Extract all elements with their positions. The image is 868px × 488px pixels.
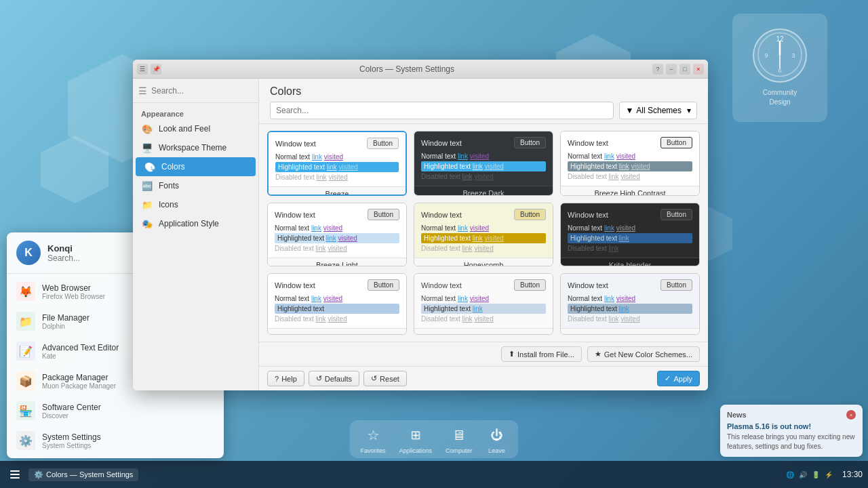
scheme-link-breeze-light: link (311, 224, 321, 232)
scheme-button-breeze-light: Button (368, 209, 399, 220)
maximize-button[interactable]: □ (679, 64, 690, 75)
sidebar-search-input[interactable] (151, 86, 253, 96)
news-body: This release brings you many exciting ne… (727, 432, 856, 451)
scheme-dis-link-honeycomb: link (462, 245, 473, 252)
colors-icon: 🎨 (144, 161, 156, 173)
scheme-card-7[interactable]: Window text Button Normal text link visi… (267, 273, 407, 335)
launcher-item-system-settings[interactable]: ⚙️ System Settings System Settings (7, 426, 224, 455)
scheme-titlebar-9: Window text Button (568, 279, 692, 291)
scheme-hl-visited-breeze-hc: visited (631, 163, 650, 170)
window-pin-button[interactable]: 📌 (151, 64, 161, 75)
sidebar-item-workspace-theme[interactable]: 🖥️ Workspace Theme (133, 138, 258, 157)
scheme-preview-8: Window text Button Normal text link visi… (414, 274, 553, 328)
scheme-hl-visited-honeycomb: visited (485, 235, 504, 242)
sidebar-item-application-style[interactable]: 🎭 Application Style (133, 214, 258, 233)
svg-text:9: 9 (764, 52, 768, 59)
power-icon[interactable]: ⚡ (823, 469, 834, 480)
sidebar-item-look-and-feel[interactable]: 🎨 Look and Feel (133, 119, 258, 138)
file-manager-icon: 📁 (16, 312, 35, 331)
scheme-normal-honeycomb: Normal text link visited (421, 224, 546, 232)
fonts-label: Fonts (159, 181, 179, 190)
scheme-win-text-8: Window text (421, 281, 462, 289)
scheme-highlighted-breeze: Highlighted text link visited (275, 162, 399, 172)
sidebar-header: ☰ (133, 79, 258, 103)
scheme-card-breeze-dark[interactable]: Window text Button Normal text link visi… (414, 131, 553, 196)
scheme-card-krita[interactable]: Window text Button Normal text link visi… (560, 203, 700, 266)
battery-icon[interactable]: 🔋 (810, 469, 821, 480)
hamburger-icon[interactable]: ☰ (138, 85, 147, 96)
scheme-normal-9: Normal text link visited (568, 295, 692, 302)
scheme-disabled-7: Disabled text link visited (275, 315, 399, 323)
launcher-software-center-text: Software Center Discover (42, 403, 101, 420)
sidebar-item-fonts[interactable]: 🔤 Fonts (133, 176, 258, 195)
scheme-visited-breeze-dark: visited (470, 152, 489, 160)
sidebar-item-icons[interactable]: 📁 Icons (133, 195, 258, 214)
scheme-titlebar-honeycomb: Window text Button (421, 209, 546, 220)
sidebar-item-colors[interactable]: 🎨 Colors (136, 157, 256, 176)
dock: ☆ Favorites ⊞ Applications 🖥 Computer ⏻ … (349, 420, 518, 458)
launcher-package-manager-text: Package Manager Muon Package Manager (42, 373, 116, 390)
settings-taskbar-icon: ⚙️ (34, 470, 43, 479)
scheme-card-breeze-hc[interactable]: Window text Button Normal text link visi… (560, 131, 700, 196)
defaults-button[interactable]: ↺ Defaults (309, 371, 359, 386)
launcher-file-manager-text: File Manager Dolphin (42, 313, 90, 330)
scheme-disabled-8: Disabled text link visited (421, 315, 546, 323)
scheme-hl-link-breeze-light: link (326, 235, 336, 242)
dock-item-favorites[interactable]: ☆ Favorites (360, 424, 385, 454)
scheme-hl-link-9: link (619, 305, 629, 312)
news-close-button[interactable]: × (846, 410, 856, 420)
scheme-titlebar-breeze-light: Window text Button (275, 209, 399, 220)
scheme-highlighted-breeze-light: Highlighted text link visited (275, 233, 399, 243)
svg-rect-9 (10, 477, 20, 479)
reset-button[interactable]: ↺ Reset (363, 371, 407, 386)
scheme-titlebar-8: Window text Button (421, 279, 546, 291)
scheme-preview-krita: Window text Button Normal text link visi… (561, 203, 699, 258)
main-content: Colors ▼ All Schemes ▾ Window text (259, 79, 708, 390)
scheme-dis-link-breeze-light: link (316, 245, 326, 252)
scheme-card-8[interactable]: Window text Button Normal text link visi… (414, 273, 553, 335)
window-title: Colors — System Settings (161, 64, 652, 74)
look-and-feel-label: Look and Feel (159, 124, 210, 134)
help-button[interactable]: ? (652, 64, 663, 75)
scheme-card-9[interactable]: Window text Button Normal text link visi… (560, 273, 700, 335)
dock-item-applications[interactable]: ⊞ Applications (399, 424, 432, 454)
scheme-button-krita: Button (660, 209, 692, 220)
launcher-item-software-center[interactable]: 🏪 Software Center Discover (7, 396, 224, 426)
network-icon[interactable]: 🌐 (785, 469, 795, 480)
scheme-normal-7: Normal text link visited (275, 295, 399, 302)
scheme-dis-visited-breeze-dark: visited (474, 173, 493, 180)
filter-dropdown[interactable]: ▼ All Schemes ▾ (619, 102, 697, 119)
scheme-win-text-9: Window text (568, 281, 608, 289)
help-dialog-button[interactable]: ? Help (267, 371, 304, 386)
defaults-icon: ↺ (316, 374, 322, 383)
minimize-button[interactable]: – (666, 64, 677, 75)
scheme-link-9: link (604, 295, 614, 302)
scheme-win-text-7: Window text (275, 281, 315, 289)
applications-label: Applications (399, 447, 432, 454)
scheme-normal-breeze-hc: Normal text link visited (568, 152, 692, 160)
scheme-card-breeze[interactable]: Window text Button Normal text link visi… (267, 131, 407, 196)
scheme-highlighted-8: Highlighted text link (421, 304, 546, 314)
scheme-link-breeze-dark: link (458, 152, 468, 160)
install-bar: ⬆ Install from File... ★ Get New Color S… (259, 342, 708, 366)
taskbar-right: 🌐 🔊 🔋 ⚡ 13:30 (785, 469, 863, 480)
scheme-card-honeycomb[interactable]: Window text Button Normal text link visi… (414, 203, 553, 266)
scheme-dis-link-krita: link (609, 245, 619, 252)
scheme-dis-link-breeze-dark: link (462, 173, 473, 180)
scheme-disabled-honeycomb: Disabled text link visited (421, 245, 546, 252)
volume-icon[interactable]: 🔊 (797, 469, 808, 480)
get-new-schemes-button[interactable]: ★ Get New Color Schemes... (587, 346, 700, 362)
scheme-dis-link-7: link (316, 315, 326, 323)
taskbar-active-window[interactable]: ⚙️ Colors — System Settings (28, 468, 138, 481)
close-button[interactable]: × (693, 64, 704, 75)
apply-button[interactable]: ✓ Apply (657, 371, 700, 386)
install-from-file-button[interactable]: ⬆ Install from File... (501, 346, 582, 362)
dock-item-computer[interactable]: 🖥 Computer (446, 424, 473, 454)
scheme-dis-visited-breeze-light: visited (328, 245, 347, 252)
taskbar-app-menu-button[interactable] (5, 465, 24, 484)
dock-item-leave[interactable]: ⏻ Leave (486, 424, 508, 454)
scheme-card-breeze-light[interactable]: Window text Button Normal text link visi… (267, 203, 407, 266)
schemes-search-input[interactable] (270, 102, 614, 119)
window-menu-button[interactable]: ☰ (137, 64, 148, 75)
launcher-system-settings-text: System Settings System Settings (42, 432, 101, 449)
